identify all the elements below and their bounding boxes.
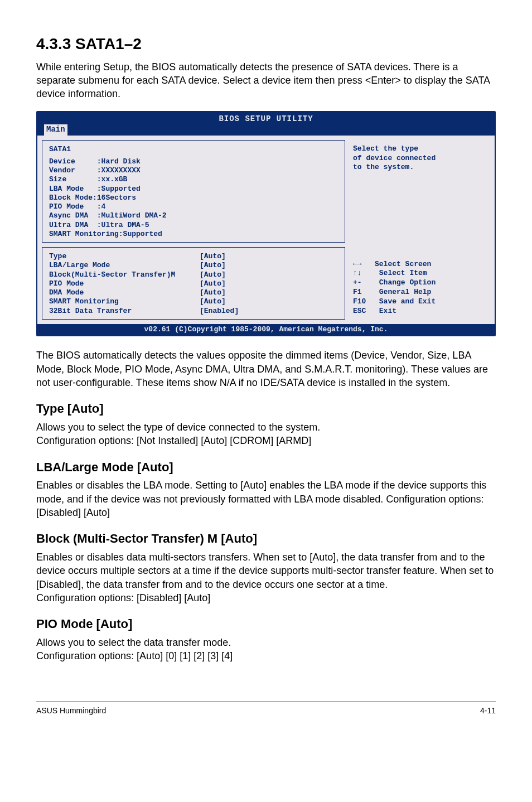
pio-heading: PIO Mode [Auto] [36, 616, 496, 632]
bios-setting-label: SMART Monitoring [49, 297, 200, 306]
section-heading: 4.3.3 SATA1–2 [36, 33, 496, 55]
bios-setting-row: 32Bit Data Transfer[Enabled] [49, 307, 338, 316]
bios-setting-row: DMA Mode[Auto] [49, 288, 338, 297]
bios-setting-value: [Enabled] [200, 307, 239, 315]
bios-info-row: LBA Mode :Supported [49, 185, 338, 194]
pio-body-2: Configuration options: [Auto] [0] [1] [2… [36, 649, 496, 663]
block-heading: Block (Multi-Sector Transfer) M [Auto] [36, 530, 496, 547]
bios-info-row: Async DMA :MultiWord DMA-2 [49, 211, 338, 220]
bios-help-spacer [353, 172, 485, 259]
bios-info-header: SATA1 [49, 145, 338, 154]
bios-info-row: Vendor :XXXXXXXXX [49, 166, 338, 175]
bios-setting-label: Type [49, 252, 200, 261]
bios-setting-row: PIO Mode[Auto] [49, 279, 338, 288]
footer-left: ASUS Hummingbird [36, 706, 106, 716]
lba-heading: LBA/Large Mode [Auto] [36, 459, 496, 476]
bios-setting-value: [Auto] [200, 252, 226, 260]
bios-setting-value: [Auto] [200, 279, 226, 288]
bios-setting-value: [Auto] [200, 270, 226, 279]
bios-tab-main: Main [44, 124, 67, 136]
bios-header-bar: BIOS SETUP UTILITY Main [37, 112, 495, 136]
bios-setting-label: 32Bit Data Transfer [49, 307, 200, 316]
bios-setting-row: LBA/Large Mode[Auto] [49, 261, 338, 270]
bios-screenshot: BIOS SETUP UTILITY Main SATA1 Device :Ha… [36, 111, 496, 337]
bios-setting-label: LBA/Large Mode [49, 261, 200, 270]
bios-setting-value: [Auto] [200, 297, 226, 306]
bios-title: BIOS SETUP UTILITY [37, 114, 495, 124]
lba-body: Enables or disables the LBA mode. Settin… [36, 479, 496, 519]
pio-body-1: Allows you to select the data transfer m… [36, 636, 496, 649]
type-body-2: Configuration options: [Not Installed] [… [36, 434, 496, 447]
block-body-2: Configuration options: [Disabled] [Auto] [36, 591, 496, 605]
bios-help-keys: ←→ Select Screen ↑↓ Select Item +- Chang… [353, 260, 485, 316]
bios-setting-label: PIO Mode [49, 279, 200, 288]
bios-info-row: Ultra DMA :Ultra DMA-5 [49, 221, 338, 230]
bios-setting-label: Block(Multi-Sector Transfer)M [49, 270, 200, 279]
type-heading: Type [Auto] [36, 400, 496, 417]
bios-info-row: SMART Monitoring:Supported [49, 230, 338, 239]
bios-setting-row: SMART Monitoring[Auto] [49, 297, 338, 306]
post-bios-paragraph: The BIOS automatically detects the value… [36, 349, 496, 389]
bios-help-text: Select the type of device connected to t… [353, 144, 485, 173]
footer-right: 4-11 [480, 706, 496, 716]
bios-setting-row: Type[Auto] [49, 252, 338, 261]
bios-info-row: PIO Mode :4 [49, 202, 338, 211]
section-intro: While entering Setup, the BIOS automatic… [36, 60, 496, 101]
block-body-1: Enables or disables data multi-sectors t… [36, 550, 496, 591]
bios-footer: v02.61 (C)Copyright 1985-2009, American … [37, 324, 495, 336]
bios-setting-value: [Auto] [200, 261, 226, 269]
bios-info-panel: SATA1 Device :Hard Disk Vendor :XXXXXXXX… [42, 140, 345, 243]
bios-setting-label: DMA Mode [49, 288, 200, 297]
bios-info-row: Size :xx.xGB [49, 175, 338, 184]
bios-left-column: SATA1 Device :Hard Disk Vendor :XXXXXXXX… [42, 140, 345, 320]
bios-body: SATA1 Device :Hard Disk Vendor :XXXXXXXX… [37, 136, 495, 324]
bios-setting-value: [Auto] [200, 288, 226, 297]
bios-info-row: Block Mode:16Sectors [49, 194, 338, 202]
type-body-1: Allows you to select the type of device … [36, 421, 496, 434]
bios-help-panel: Select the type of device connected to t… [345, 140, 490, 320]
bios-setting-row: Block(Multi-Sector Transfer)M[Auto] [49, 270, 338, 279]
bios-settings-panel: Type[Auto] LBA/Large Mode[Auto] Block(Mu… [42, 247, 345, 320]
bios-info-row: Device :Hard Disk [49, 157, 338, 166]
page-footer: ASUS Hummingbird 4-11 [36, 702, 496, 716]
